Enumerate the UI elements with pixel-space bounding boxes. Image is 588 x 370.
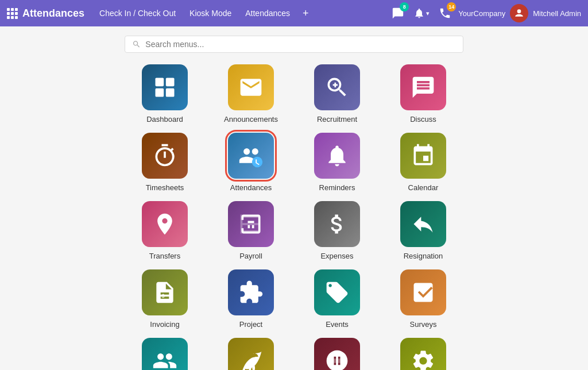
app-expenses[interactable]: Expenses	[303, 201, 372, 260]
user-avatar[interactable]	[510, 4, 528, 22]
page-wrapper: Attendances Check In / Check Out Kiosk M…	[0, 0, 588, 370]
nav-attendances[interactable]: Attendances	[239, 5, 296, 21]
nav-right: 8 ▾ 14 YourCompany Mitchell Admin	[389, 4, 581, 22]
payroll-label: Payroll	[239, 252, 262, 260]
announcements-icon	[228, 64, 274, 110]
app-attendances[interactable]: Attendances	[216, 133, 285, 192]
app-project[interactable]: Project	[216, 269, 285, 329]
search-bar	[125, 36, 463, 53]
leaves-icon	[228, 338, 274, 370]
app-settings[interactable]: Settings	[389, 338, 458, 370]
apps-icon	[314, 338, 360, 370]
surveys-label: Surveys	[410, 320, 437, 329]
search-container	[0, 26, 588, 59]
app-recruitment[interactable]: Recruitment	[303, 64, 372, 124]
invoicing-icon: $	[142, 269, 188, 315]
attendances-app-label: Attendances	[230, 183, 272, 192]
calendar-label: Calendar	[408, 183, 439, 192]
svg-point-5	[252, 157, 262, 167]
app-surveys[interactable]: Surveys	[389, 269, 458, 329]
events-icon	[314, 269, 360, 315]
recruitment-label: Recruitment	[317, 115, 357, 124]
app-invoicing[interactable]: $ Invoicing	[130, 269, 199, 329]
app-discuss[interactable]: Discuss	[389, 64, 458, 124]
apps-grid: Dashboard Announcements Recruitment	[130, 64, 458, 370]
settings-icon	[400, 338, 446, 370]
svg-point-0	[517, 9, 521, 13]
transfers-label: Transfers	[149, 252, 180, 260]
phone-badge: 14	[447, 2, 456, 11]
events-label: Events	[326, 320, 349, 329]
app-transfers[interactable]: Transfers	[130, 201, 199, 260]
company-name[interactable]: YourCompany	[458, 9, 505, 18]
chat-button[interactable]: 8	[389, 5, 407, 22]
app-apps[interactable]: Apps	[303, 338, 372, 370]
resignation-label: Resignation	[404, 252, 443, 260]
discuss-label: Discuss	[410, 115, 436, 124]
app-brand[interactable]: Attendances	[7, 7, 84, 20]
search-input[interactable]	[145, 40, 456, 49]
phone-button[interactable]: 14	[436, 5, 454, 22]
app-events[interactable]: Events	[303, 269, 372, 329]
recruitment-icon	[314, 64, 360, 110]
invoicing-label: Invoicing	[150, 320, 179, 329]
timesheets-label: Timesheets	[146, 183, 184, 192]
discuss-icon	[400, 64, 446, 110]
bell-button[interactable]: ▾	[411, 5, 432, 21]
timesheets-icon	[142, 133, 188, 179]
user-name[interactable]: Mitchell Admin	[533, 9, 581, 18]
reminders-icon	[314, 133, 360, 179]
svg-rect-1	[156, 78, 164, 87]
project-label: Project	[239, 320, 262, 329]
project-icon	[228, 269, 274, 315]
nav-links: Check In / Check Out Kiosk Mode Attendan…	[94, 5, 389, 22]
svg-rect-2	[166, 78, 175, 87]
expenses-icon	[314, 201, 360, 247]
dashboard-label: Dashboard	[146, 115, 183, 124]
surveys-icon	[400, 269, 446, 315]
employees-icon	[142, 338, 188, 370]
svg-rect-4	[166, 88, 175, 97]
app-leaves[interactable]: Leaves	[216, 338, 285, 370]
announcements-label: Announcements	[224, 115, 278, 124]
app-announcements[interactable]: Announcements	[216, 64, 285, 124]
app-dashboard[interactable]: Dashboard	[130, 64, 199, 124]
chat-badge: 8	[400, 2, 409, 11]
nav-add-button[interactable]: +	[298, 5, 314, 22]
nav-checkin[interactable]: Check In / Check Out	[94, 5, 181, 21]
app-reminders[interactable]: Reminders	[303, 133, 372, 192]
search-icon	[132, 40, 141, 49]
resignation-icon	[400, 201, 446, 247]
svg-text:$: $	[162, 293, 165, 299]
app-payroll[interactable]: Payroll	[216, 201, 285, 260]
calendar-icon	[400, 133, 446, 179]
app-employees[interactable]: Employees	[130, 338, 199, 370]
app-resignation[interactable]: Resignation	[389, 201, 458, 260]
payroll-icon	[228, 201, 274, 247]
expenses-label: Expenses	[320, 252, 353, 260]
top-nav: Attendances Check In / Check Out Kiosk M…	[0, 0, 588, 26]
app-timesheets[interactable]: Timesheets	[130, 133, 199, 192]
dashboard-icon	[142, 64, 188, 110]
svg-rect-3	[156, 88, 164, 97]
attendances-app-icon	[228, 133, 274, 179]
nav-kiosk[interactable]: Kiosk Mode	[184, 5, 237, 21]
transfers-icon	[142, 201, 188, 247]
main-content: Dashboard Announcements Recruitment	[0, 59, 588, 370]
app-title: Attendances	[22, 7, 84, 20]
grid-menu-icon[interactable]	[7, 8, 18, 19]
app-calendar[interactable]: Calendar	[389, 133, 458, 192]
reminders-label: Reminders	[319, 183, 355, 192]
